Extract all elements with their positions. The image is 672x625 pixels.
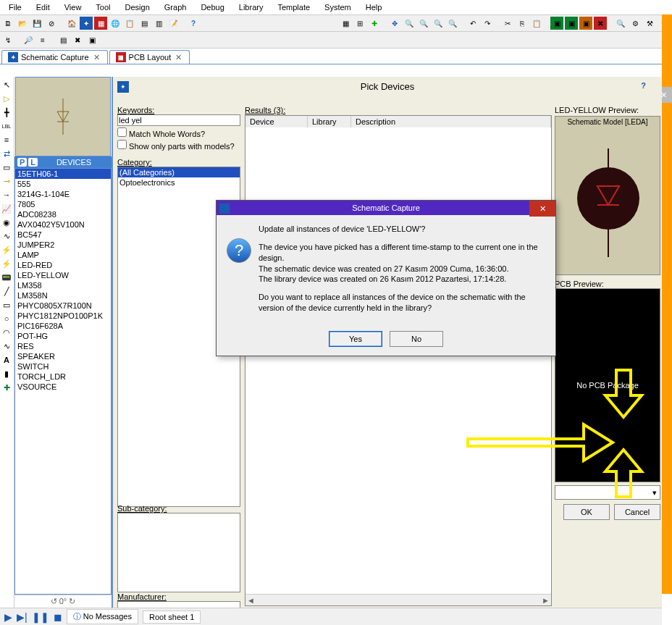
- list-item[interactable]: JUMPER2: [15, 240, 111, 250]
- package-dropdown[interactable]: ▾: [555, 485, 660, 500]
- list-item[interactable]: SPEAKER: [15, 351, 111, 361]
- line-icon[interactable]: ╱: [0, 285, 13, 298]
- exit-icon[interactable]: ▣: [85, 33, 98, 46]
- ares-icon[interactable]: ▥: [152, 17, 165, 30]
- list-item[interactable]: SWITCH: [15, 361, 111, 372]
- tab-schematic[interactable]: ✦ Schematic Capture ✕: [1, 50, 108, 64]
- messages-box[interactable]: ⓘ No Messages: [67, 609, 138, 624]
- subcircuit-icon[interactable]: ▭: [0, 161, 13, 174]
- junction-icon[interactable]: ╋: [0, 106, 13, 119]
- list-item[interactable]: 15ETH06-1: [15, 169, 111, 179]
- list-item[interactable]: (All Categories): [118, 167, 240, 177]
- no-button[interactable]: No: [390, 331, 443, 347]
- ok-button[interactable]: OK: [563, 504, 610, 520]
- symbol-icon[interactable]: ▮: [0, 367, 13, 380]
- device-list[interactable]: 15ETH06-1 555 3214G-1-104E 7805 ADC08238…: [14, 168, 112, 595]
- close-icon[interactable]: ⊘: [45, 17, 58, 30]
- path-icon[interactable]: ∿: [0, 340, 13, 353]
- box-icon[interactable]: ▭: [0, 298, 13, 311]
- wire-icon[interactable]: ↯: [1, 33, 14, 46]
- col-device[interactable]: Device: [245, 116, 308, 127]
- menu-debug[interactable]: Debug: [195, 1, 230, 13]
- list-item[interactable]: LM358: [15, 280, 111, 290]
- menu-library[interactable]: Library: [233, 1, 269, 13]
- match-whole-checkbox[interactable]: [117, 127, 127, 137]
- show-models-checkbox[interactable]: [117, 140, 127, 149]
- bus-icon[interactable]: ⇄: [0, 147, 13, 160]
- keywords-input[interactable]: [117, 114, 240, 126]
- pan-icon[interactable]: ✥: [388, 17, 401, 30]
- find-icon[interactable]: 🔎: [22, 33, 35, 46]
- stop-icon[interactable]: ◼: [54, 611, 62, 623]
- list-item[interactable]: ADC08238: [15, 209, 111, 219]
- label-icon[interactable]: LBL: [0, 119, 13, 133]
- delsheet-icon[interactable]: ✖: [71, 33, 84, 46]
- subcategory-list[interactable]: [117, 513, 240, 592]
- zoomout-icon[interactable]: 🔍: [417, 17, 430, 30]
- list-item[interactable]: AVX0402Y5V100N: [15, 219, 111, 230]
- note-icon[interactable]: 📝: [167, 17, 180, 30]
- menu-tool[interactable]: Tool: [90, 1, 116, 13]
- open-icon[interactable]: 📂: [16, 17, 29, 30]
- step-icon[interactable]: ▶|: [17, 611, 28, 623]
- redo-icon[interactable]: ↷: [481, 17, 494, 30]
- cancel-button[interactable]: Cancel: [614, 504, 660, 520]
- menu-design[interactable]: Design: [119, 1, 156, 13]
- cursor-icon[interactable]: ↖: [0, 78, 13, 91]
- sch-icon[interactable]: ✦: [80, 17, 93, 30]
- text-script-icon[interactable]: ≡: [0, 133, 13, 146]
- pin-icon[interactable]: →: [0, 188, 13, 201]
- col-description[interactable]: Description: [351, 116, 551, 127]
- list-item[interactable]: RES: [15, 341, 111, 351]
- list-item[interactable]: Optoelectronics: [118, 177, 240, 188]
- list-item[interactable]: LED-RED: [15, 260, 111, 270]
- text-icon[interactable]: A: [0, 353, 13, 366]
- play-icon[interactable]: ▶: [4, 611, 12, 623]
- snap-icon[interactable]: ⊞: [353, 17, 366, 30]
- marker-icon[interactable]: ✚: [0, 381, 13, 394]
- block1-icon[interactable]: ▣: [550, 17, 563, 30]
- menu-file[interactable]: File: [3, 1, 28, 13]
- sheet-box[interactable]: Root sheet 1: [143, 611, 201, 624]
- props-icon[interactable]: ≡: [36, 33, 49, 46]
- list-item[interactable]: BC547: [15, 230, 111, 240]
- paste-icon[interactable]: 📋: [530, 17, 543, 30]
- pause-icon[interactable]: ❚❚: [32, 611, 49, 623]
- list-item[interactable]: PIC16F628A: [15, 321, 111, 331]
- pcb-icon[interactable]: ▦: [94, 17, 107, 30]
- block4-icon[interactable]: ✖: [594, 17, 607, 30]
- package-icon[interactable]: ⚒: [643, 17, 656, 30]
- component-icon[interactable]: ▷: [0, 92, 13, 105]
- l-button[interactable]: L: [28, 158, 38, 167]
- list-item[interactable]: 3214G-1-104E: [15, 189, 111, 199]
- list-item[interactable]: 555: [15, 179, 111, 189]
- probe-v-icon[interactable]: ⚡: [0, 243, 13, 256]
- instrument-icon[interactable]: 📟: [0, 271, 13, 284]
- tab-pcb[interactable]: ▦ PCB Layout ✕: [109, 50, 190, 64]
- dialog-close-icon[interactable]: ✕: [529, 201, 555, 217]
- col-library[interactable]: Library: [308, 116, 351, 127]
- tab-close-icon[interactable]: ✕: [174, 53, 183, 62]
- pick-help-icon[interactable]: ?: [641, 81, 646, 90]
- rotate-cw-icon[interactable]: ↻: [69, 597, 75, 605]
- help-icon[interactable]: ?: [187, 17, 200, 30]
- list-item[interactable]: TORCH_LDR: [15, 372, 111, 382]
- grid-icon[interactable]: ▦: [339, 17, 352, 30]
- dialog-titlebar[interactable]: Schematic Capture ✕: [217, 201, 555, 215]
- list-item[interactable]: LM358N: [15, 290, 111, 301]
- home-icon[interactable]: 🏠: [65, 17, 78, 30]
- menu-edit[interactable]: Edit: [30, 1, 56, 13]
- list-item[interactable]: LAMP: [15, 250, 111, 260]
- make-icon[interactable]: ⚙: [629, 17, 642, 30]
- new-icon[interactable]: 🗎: [1, 17, 14, 30]
- list-item[interactable]: PHYC0805X7R100N: [15, 301, 111, 311]
- rotate-ccw-icon[interactable]: ↺: [51, 597, 57, 605]
- menu-template[interactable]: Template: [272, 1, 316, 13]
- origin-icon[interactable]: ✚: [368, 17, 381, 30]
- sheet2-icon[interactable]: ▤: [56, 33, 70, 46]
- block2-icon[interactable]: ▣: [565, 17, 578, 30]
- graph-icon[interactable]: 📈: [0, 202, 13, 215]
- menu-view[interactable]: View: [59, 1, 88, 13]
- sheet-icon[interactable]: ▤: [138, 17, 151, 30]
- undo-icon[interactable]: ↶: [466, 17, 479, 30]
